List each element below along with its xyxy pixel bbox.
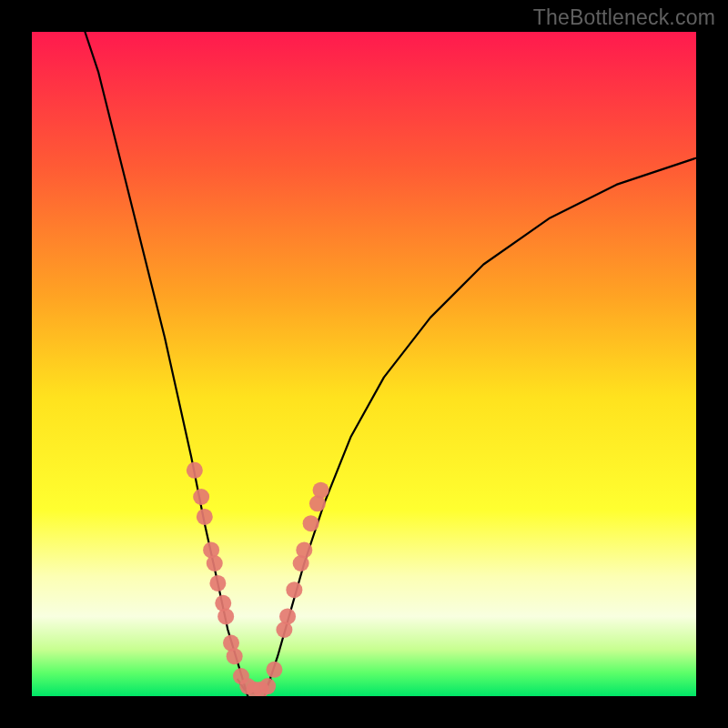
data-marker [209,575,226,592]
data-marker [286,581,302,598]
data-marker [303,515,319,531]
data-marker [197,509,213,525]
data-marker [217,608,234,624]
data-marker [313,482,329,499]
data-marker [296,541,312,558]
data-marker [227,648,243,664]
data-marker [259,678,276,694]
series-right-branch [265,158,697,696]
data-marker [266,662,282,678]
data-marker [187,462,203,479]
chart-curves [32,32,696,696]
data-marker [193,489,209,505]
watermark-text: TheBottleneck.com [533,5,715,30]
chart-frame: TheBottleneck.com [0,0,728,728]
plot-area [32,32,696,696]
data-marker [207,555,223,571]
data-marker [279,608,296,624]
